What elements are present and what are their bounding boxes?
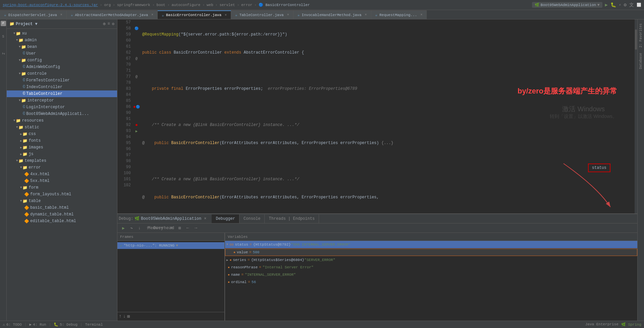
tree-item-adminwebconfig[interactable]: © AdminWebConfig [7, 64, 117, 70]
thread-down-btn[interactable]: ↓ [123, 314, 125, 319]
code-line-62: /** Create a new {@link BasicErrorContro… [142, 122, 635, 128]
debug-panel: Debug: 🌿 Boot05WebAdminApplication × Deb… [117, 213, 637, 321]
tree-item-table-folder[interactable]: ▼ 📁 table [7, 198, 117, 204]
right-panel-database[interactable]: Database [638, 50, 643, 72]
project-icon[interactable]: P [1, 21, 6, 26]
project-title: Project ▼ [16, 22, 38, 26]
tree-item-user[interactable]: © User [7, 50, 117, 57]
tree-item-templates[interactable]: ▼ 📁 templates [7, 157, 117, 164]
tree-item-formlayouts[interactable]: 🔶 form_layouts.html [7, 191, 117, 198]
debug-tab-console[interactable]: Console [239, 214, 265, 223]
status-run[interactable]: ▶ 4: Run [29, 322, 46, 327]
tab-dispatcher[interactable]: ☕ DispatcherServlet.java × [0, 10, 67, 19]
step-over-btn[interactable]: ↷ [128, 225, 135, 232]
var-status[interactable]: ▼ oo status = {HttpStatus@6792} "500 INT… [225, 241, 637, 248]
coverage-button[interactable]: ⚡ [619, 3, 621, 7]
debug-tab-debugger[interactable]: Debugger [212, 214, 239, 223]
windows-activation: 激活 Windows 转到「设置」以激活 Windows。 [550, 105, 617, 120]
tree-item-formtest[interactable]: © FormTestController [7, 77, 117, 84]
tree-item-bean[interactable]: ▼ 📁 bean [7, 44, 117, 50]
code-line-77: @ public BasicErrorController(ErrorAttri… [142, 194, 635, 200]
top-bar: spring-boot-autoconfigure-2.4.1-sources.… [0, 0, 644, 10]
forward-btn[interactable]: → [193, 225, 199, 232]
tab-basicerror[interactable]: ☕ BasicErrorController.java × [158, 10, 231, 19]
tree-item-basictable[interactable]: 🔶 basic_table.html [7, 204, 117, 211]
tree-item-config[interactable]: ▼ 📁 config [7, 57, 117, 64]
tab-abstracthandler[interactable]: ☕ AbstractHandlerMethodAdapter.java × [67, 10, 158, 19]
tree-item-index[interactable]: © IndexController [7, 84, 117, 90]
tree-item-static[interactable]: ▼ 📁 static [7, 124, 117, 131]
tree-item-dynamictable[interactable]: 🔶 dynamic_table.html [7, 211, 117, 218]
code-line-59 [142, 68, 635, 74]
right-panel-favorites[interactable]: 2: Favorites [638, 21, 643, 50]
tab-tablecontroller[interactable]: ☕ TableController.java × [231, 10, 293, 19]
scrollbar-right[interactable] [635, 19, 637, 213]
resume-btn[interactable]: ▶ [120, 225, 127, 232]
locate-icon[interactable]: ⊙ [103, 21, 105, 26]
code-line-78: List<ErrorViewResolver> errorViewResolve… [142, 212, 635, 213]
debug-button[interactable]: 🐛 [610, 2, 616, 8]
code-line-70 [142, 158, 635, 164]
tab-requestmapping[interactable]: ☕ RequestMapping... × [371, 10, 427, 19]
tree-item-tablecontroller[interactable]: © TableController [7, 90, 117, 97]
tree-item-css[interactable]: ▶ 📁 css [7, 131, 117, 137]
tree-item-logininterceptor[interactable]: © LoginInterceptor [7, 104, 117, 111]
run-config-selector[interactable]: 🌿 Boot05WebAdminApplication ▼ [532, 2, 602, 8]
structure-icon[interactable]: S [2, 35, 4, 39]
tree-item-5xx[interactable]: 🔶 5xx.html [7, 178, 117, 184]
tree-item-xu[interactable]: ▼ 📁 xu [7, 30, 117, 37]
thread-up-btn[interactable]: ↑ [119, 314, 121, 319]
tab-invocable[interactable]: ☕ InvocableHandlerMethod.java × [293, 10, 371, 19]
list-icon[interactable]: ≡ [168, 225, 175, 232]
tree-item-admin[interactable]: ▼ 📁 admin [7, 37, 117, 44]
tree-item-images[interactable]: ▶ 📁 images [7, 144, 117, 151]
frames-header: Frames [117, 233, 224, 241]
right-icons: 2: Favorites Database [637, 19, 644, 321]
debug-tab-close[interactable]: × [204, 216, 206, 221]
code-line-67: @ public BasicErrorController(ErrorAttri… [142, 140, 635, 146]
annotation-box-label: status [592, 166, 606, 170]
overhead-btn[interactable]: Overhead [160, 225, 167, 232]
status-debug[interactable]: 🐛 5: Debug [54, 322, 77, 327]
frame-running[interactable]: ✓ "http-nio-...": RUNNING ▼ [117, 242, 224, 249]
filter-icon[interactable]: ⊞ [176, 225, 183, 232]
tree-item-fonts[interactable]: ▶ 📁 fonts [7, 137, 117, 144]
var-ordinal[interactable]: ● ordinal = 56 [225, 278, 637, 286]
settings-icon[interactable]: ⚙ [624, 2, 627, 8]
debug-tab-threads[interactable]: Threads | Endpoints [265, 214, 319, 223]
line-numbers: 57 58 59 60 61 62 67 70 71 77 78 83 84 8… [117, 19, 133, 213]
collapse-icon[interactable]: ≡ [108, 21, 110, 26]
status-todo[interactable]: ⚠ 6: TODO [3, 322, 22, 327]
tree-item-boot05[interactable]: © Boot05WebAdminApplicati... [7, 111, 117, 117]
zstructure-icon[interactable]: Z [1, 53, 5, 55]
settings-panel-icon[interactable]: ⚙ [112, 21, 114, 26]
thread-filter-btn[interactable]: ⊞ [127, 314, 130, 319]
chinese-char-icon[interactable]: 文 [629, 2, 634, 8]
frames-area: ✓ "http-nio-...": RUNNING ▼ [117, 241, 224, 312]
var-value[interactable]: ● value = 500 [225, 249, 637, 256]
spring-status[interactable]: 🌿 Spring [621, 322, 641, 327]
project-header: 📁 Project ▼ ⊙ ≡ ⚙ [7, 19, 117, 29]
tree-item-4xx[interactable]: 🔶 4xx.html [7, 171, 117, 178]
tree-item-form[interactable]: ▼ 📁 form [7, 184, 117, 191]
tree-item-controle[interactable]: ▼ 📁 controle [7, 70, 117, 77]
run-button[interactable]: ▶ [605, 2, 608, 8]
java-enterprise-status[interactable]: Java Enterprise [585, 322, 619, 327]
debug-app-icon: 🌿 [135, 216, 140, 221]
tree-item-error-folder[interactable]: ▼ 📁 error [7, 164, 117, 171]
tree-item-resources[interactable]: ▼ 📁 resources [7, 117, 117, 124]
jar-breadcrumb[interactable]: spring-boot-autoconfigure-2.4.1-sources.… [3, 3, 98, 7]
chinese-annotation: by/zero是服务器端产生的异常 [518, 86, 617, 96]
status-terminal[interactable]: Terminal [85, 323, 103, 327]
code-line-71: /** Create a new {@link BasicErrorContro… [142, 176, 635, 182]
back-btn[interactable]: ← [184, 225, 191, 232]
var-name[interactable]: ● name = "INTERNAL_SERVER_ERROR" [225, 271, 637, 278]
tree-item-interceptor[interactable]: ▼ 📁 interceptor [7, 97, 117, 104]
var-reasonphrase[interactable]: ● reasonPhrase = "Internal Server Error" [225, 264, 637, 271]
tree-item-editabletable[interactable]: 🔶 editable_table.html [7, 218, 117, 224]
var-series[interactable]: ▶ ● series = {HttpStatus$Series@6804} "S… [225, 256, 637, 264]
tree-item-js[interactable]: ▶ 📁 js [7, 151, 117, 157]
step-into-btn[interactable]: ↓ [136, 225, 143, 232]
debug-body: Frames ✓ "http-nio-...": RUNNING ▼ ↑ ↓ ⊞ [117, 233, 637, 321]
maximize-icon[interactable]: ⬜ [637, 3, 641, 7]
